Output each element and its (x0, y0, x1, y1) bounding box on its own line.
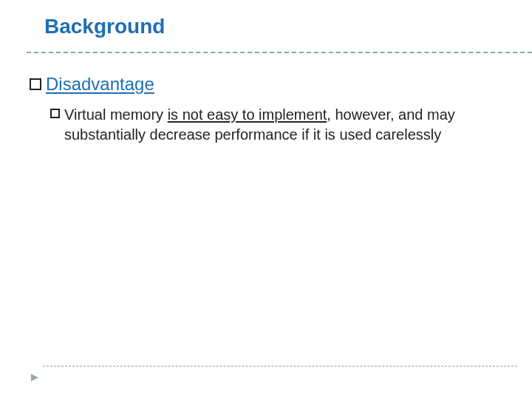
play-arrow-icon (30, 372, 40, 383)
level2-underlined: is not easy to implement (168, 106, 327, 123)
content-body: Disadvantage Virtual memory is not easy … (30, 74, 502, 145)
level2-text: Virtual memory is not easy to implement,… (64, 105, 486, 145)
square-bullet-icon (50, 109, 60, 118)
bullet-level1: Disadvantage (30, 74, 502, 95)
divider-bottom (43, 366, 517, 366)
page-title: Background (44, 15, 165, 38)
divider-top (27, 52, 532, 53)
svg-marker-0 (31, 374, 38, 381)
slide: Background Disadvantage Virtual memory i… (0, 0, 532, 399)
bullet-level2: Virtual memory is not easy to implement,… (50, 105, 486, 145)
level2-prefix: Virtual memory (64, 106, 168, 123)
level1-label: Disadvantage (46, 74, 154, 95)
square-bullet-icon (30, 78, 41, 90)
